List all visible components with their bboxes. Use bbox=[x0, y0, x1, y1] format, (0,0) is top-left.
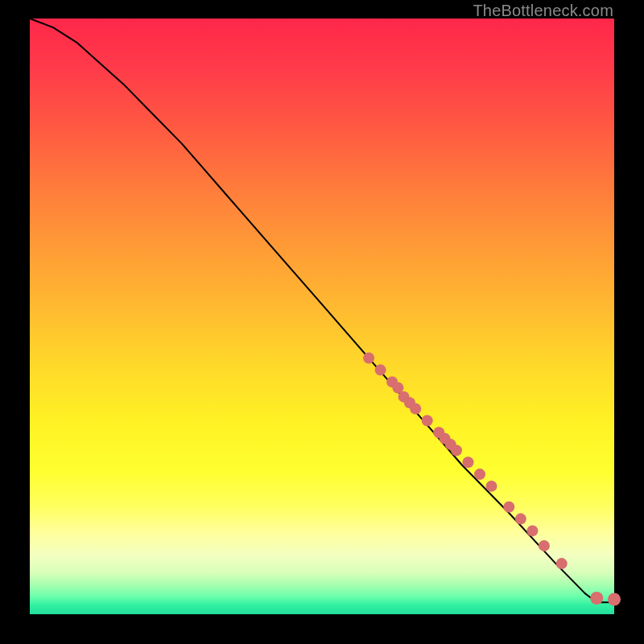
data-point bbox=[539, 540, 550, 551]
data-point bbox=[486, 481, 497, 492]
curve-line bbox=[30, 19, 614, 602]
data-point bbox=[410, 403, 421, 415]
data-point bbox=[474, 469, 485, 480]
chart-svg bbox=[30, 19, 614, 614]
chart-plot-area bbox=[30, 19, 614, 614]
curve-path bbox=[30, 19, 614, 602]
data-point bbox=[556, 558, 568, 569]
data-point bbox=[503, 502, 514, 513]
scatter-points bbox=[363, 353, 621, 606]
data-point bbox=[463, 456, 474, 468]
watermark-text: TheBottleneck.com bbox=[473, 2, 613, 20]
data-point bbox=[608, 593, 621, 606]
data-point bbox=[363, 353, 374, 364]
data-point bbox=[451, 445, 462, 456]
data-point bbox=[590, 592, 603, 605]
data-point bbox=[422, 415, 433, 427]
data-point bbox=[375, 365, 386, 376]
data-point bbox=[515, 514, 526, 525]
data-point bbox=[526, 525, 538, 536]
